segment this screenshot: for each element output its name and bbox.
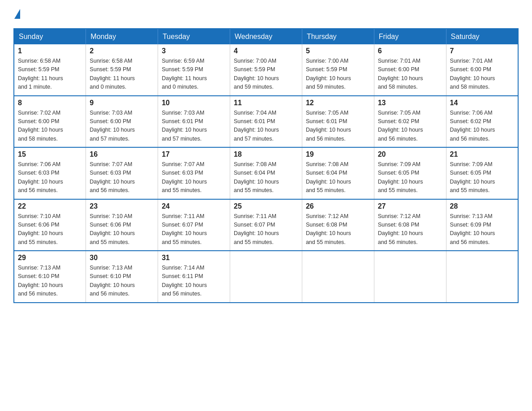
day-info: Sunrise: 7:13 AMSunset: 6:09 PMDaylight:… [450, 212, 514, 247]
calendar-cell: 12Sunrise: 7:05 AMSunset: 6:01 PMDayligh… [302, 96, 374, 148]
day-info: Sunrise: 7:00 AMSunset: 5:59 PMDaylight:… [234, 57, 298, 92]
calendar-cell: 10Sunrise: 7:03 AMSunset: 6:01 PMDayligh… [158, 96, 230, 148]
day-number: 30 [90, 254, 154, 262]
day-info: Sunrise: 7:07 AMSunset: 6:03 PMDaylight:… [90, 160, 154, 195]
day-number: 24 [162, 202, 226, 210]
day-info: Sunrise: 7:00 AMSunset: 5:59 PMDaylight:… [306, 57, 370, 92]
calendar-cell [374, 251, 446, 303]
day-number: 20 [378, 150, 442, 158]
day-number: 9 [90, 99, 154, 107]
calendar-cell: 11Sunrise: 7:04 AMSunset: 6:01 PMDayligh… [230, 96, 302, 148]
calendar-cell: 26Sunrise: 7:12 AMSunset: 6:08 PMDayligh… [302, 199, 374, 251]
calendar-week-row: 29Sunrise: 7:13 AMSunset: 6:10 PMDayligh… [14, 251, 518, 303]
day-info: Sunrise: 7:13 AMSunset: 6:10 PMDaylight:… [18, 264, 82, 299]
calendar-cell: 6Sunrise: 7:01 AMSunset: 6:00 PMDaylight… [374, 44, 446, 96]
day-info: Sunrise: 7:06 AMSunset: 6:02 PMDaylight:… [450, 109, 514, 144]
day-info: Sunrise: 7:01 AMSunset: 6:00 PMDaylight:… [378, 57, 442, 92]
calendar-cell: 23Sunrise: 7:10 AMSunset: 6:06 PMDayligh… [86, 199, 158, 251]
calendar-week-row: 15Sunrise: 7:06 AMSunset: 6:03 PMDayligh… [14, 147, 518, 199]
day-info: Sunrise: 7:13 AMSunset: 6:10 PMDaylight:… [90, 264, 154, 299]
day-info: Sunrise: 7:12 AMSunset: 6:08 PMDaylight:… [306, 212, 370, 247]
day-number: 31 [162, 254, 226, 262]
day-number: 2 [90, 47, 154, 55]
calendar-cell: 5Sunrise: 7:00 AMSunset: 5:59 PMDaylight… [302, 44, 374, 96]
calendar-header-thursday: Thursday [302, 29, 374, 44]
calendar-header-friday: Friday [374, 29, 446, 44]
day-number: 29 [18, 254, 82, 262]
calendar-header-sunday: Sunday [14, 29, 86, 44]
day-number: 1 [18, 47, 82, 55]
calendar-cell: 7Sunrise: 7:01 AMSunset: 6:00 PMDaylight… [446, 44, 518, 96]
calendar-cell: 30Sunrise: 7:13 AMSunset: 6:10 PMDayligh… [86, 251, 158, 303]
calendar-header-tuesday: Tuesday [158, 29, 230, 44]
day-number: 6 [378, 47, 442, 55]
day-number: 17 [162, 150, 226, 158]
day-info: Sunrise: 7:08 AMSunset: 6:04 PMDaylight:… [306, 160, 370, 195]
calendar-cell: 21Sunrise: 7:09 AMSunset: 6:05 PMDayligh… [446, 147, 518, 199]
day-info: Sunrise: 7:03 AMSunset: 6:00 PMDaylight:… [90, 109, 154, 144]
calendar-cell: 19Sunrise: 7:08 AMSunset: 6:04 PMDayligh… [302, 147, 374, 199]
day-info: Sunrise: 7:11 AMSunset: 6:07 PMDaylight:… [234, 212, 298, 247]
day-number: 16 [90, 150, 154, 158]
day-number: 13 [378, 99, 442, 107]
calendar-cell: 27Sunrise: 7:12 AMSunset: 6:08 PMDayligh… [374, 199, 446, 251]
day-number: 3 [162, 47, 226, 55]
calendar-cell: 18Sunrise: 7:08 AMSunset: 6:04 PMDayligh… [230, 147, 302, 199]
day-info: Sunrise: 7:10 AMSunset: 6:06 PMDaylight:… [18, 212, 82, 247]
calendar-cell: 1Sunrise: 6:58 AMSunset: 5:59 PMDaylight… [14, 44, 86, 96]
calendar-cell: 17Sunrise: 7:07 AMSunset: 6:03 PMDayligh… [158, 147, 230, 199]
calendar-cell: 8Sunrise: 7:02 AMSunset: 6:00 PMDaylight… [14, 96, 86, 148]
day-number: 12 [306, 99, 370, 107]
calendar-week-row: 1Sunrise: 6:58 AMSunset: 5:59 PMDaylight… [14, 44, 518, 96]
calendar-cell: 20Sunrise: 7:09 AMSunset: 6:05 PMDayligh… [374, 147, 446, 199]
day-info: Sunrise: 7:06 AMSunset: 6:03 PMDaylight:… [18, 160, 82, 195]
day-number: 22 [18, 202, 82, 210]
day-info: Sunrise: 7:01 AMSunset: 6:00 PMDaylight:… [450, 57, 514, 92]
day-number: 14 [450, 99, 514, 107]
calendar-cell: 3Sunrise: 6:59 AMSunset: 5:59 PMDaylight… [158, 44, 230, 96]
day-info: Sunrise: 7:05 AMSunset: 6:02 PMDaylight:… [378, 109, 442, 144]
day-number: 11 [234, 99, 298, 107]
day-info: Sunrise: 7:08 AMSunset: 6:04 PMDaylight:… [234, 160, 298, 195]
calendar-cell: 9Sunrise: 7:03 AMSunset: 6:00 PMDaylight… [86, 96, 158, 148]
day-info: Sunrise: 7:04 AMSunset: 6:01 PMDaylight:… [234, 109, 298, 144]
day-info: Sunrise: 6:58 AMSunset: 5:59 PMDaylight:… [90, 57, 154, 92]
calendar-cell: 4Sunrise: 7:00 AMSunset: 5:59 PMDaylight… [230, 44, 302, 96]
calendar-table: SundayMondayTuesdayWednesdayThursdayFrid… [13, 28, 519, 303]
calendar-cell: 2Sunrise: 6:58 AMSunset: 5:59 PMDaylight… [86, 44, 158, 96]
calendar-header-saturday: Saturday [446, 29, 518, 44]
calendar-cell [302, 251, 374, 303]
day-info: Sunrise: 7:05 AMSunset: 6:01 PMDaylight:… [306, 109, 370, 144]
calendar-week-row: 22Sunrise: 7:10 AMSunset: 6:06 PMDayligh… [14, 199, 518, 251]
day-number: 25 [234, 202, 298, 210]
calendar-cell [446, 251, 518, 303]
calendar-header-row: SundayMondayTuesdayWednesdayThursdayFrid… [14, 29, 518, 44]
day-number: 5 [306, 47, 370, 55]
day-number: 23 [90, 202, 154, 210]
calendar-cell: 13Sunrise: 7:05 AMSunset: 6:02 PMDayligh… [374, 96, 446, 148]
calendar-header-wednesday: Wednesday [230, 29, 302, 44]
calendar-header-monday: Monday [86, 29, 158, 44]
day-number: 27 [378, 202, 442, 210]
calendar-cell: 25Sunrise: 7:11 AMSunset: 6:07 PMDayligh… [230, 199, 302, 251]
logo-triangle-icon [14, 9, 20, 19]
day-info: Sunrise: 7:03 AMSunset: 6:01 PMDaylight:… [162, 109, 226, 144]
day-number: 28 [450, 202, 514, 210]
day-number: 21 [450, 150, 514, 158]
calendar-cell: 15Sunrise: 7:06 AMSunset: 6:03 PMDayligh… [14, 147, 86, 199]
calendar-cell: 22Sunrise: 7:10 AMSunset: 6:06 PMDayligh… [14, 199, 86, 251]
day-number: 7 [450, 47, 514, 55]
page-header [13, 9, 519, 20]
day-number: 8 [18, 99, 82, 107]
day-number: 4 [234, 47, 298, 55]
day-number: 26 [306, 202, 370, 210]
calendar-cell [230, 251, 302, 303]
day-info: Sunrise: 7:09 AMSunset: 6:05 PMDaylight:… [450, 160, 514, 195]
day-info: Sunrise: 7:14 AMSunset: 6:11 PMDaylight:… [162, 264, 226, 299]
day-info: Sunrise: 7:12 AMSunset: 6:08 PMDaylight:… [378, 212, 442, 247]
day-info: Sunrise: 6:58 AMSunset: 5:59 PMDaylight:… [18, 57, 82, 92]
calendar-cell: 31Sunrise: 7:14 AMSunset: 6:11 PMDayligh… [158, 251, 230, 303]
day-info: Sunrise: 7:09 AMSunset: 6:05 PMDaylight:… [378, 160, 442, 195]
day-info: Sunrise: 6:59 AMSunset: 5:59 PMDaylight:… [162, 57, 226, 92]
logo [13, 9, 20, 20]
